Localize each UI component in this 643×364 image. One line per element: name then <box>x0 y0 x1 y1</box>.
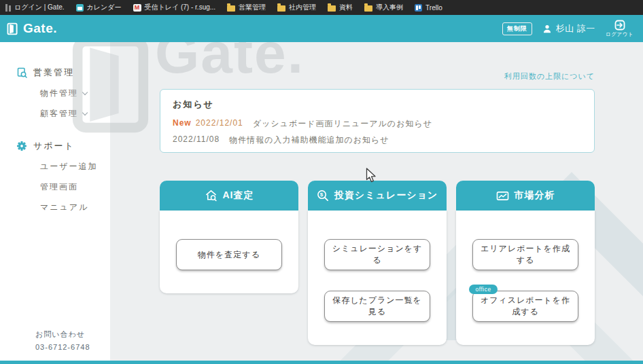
sidebar-header-support[interactable]: サポート <box>0 140 110 152</box>
card-market-analysis-header: 市場分析 <box>456 181 595 211</box>
bookmark-login-gate[interactable]: ログイン | Gate. <box>5 3 65 12</box>
notice-date: 2022/11/08 <box>173 134 220 146</box>
user-icon <box>542 24 552 34</box>
card-investment-sim: $ 投資シミュレーション シミュレーションをする 保存したプラン一覧を見る <box>308 181 447 345</box>
gear-icon <box>16 141 27 151</box>
sidebar-item-manual[interactable]: マニュアル <box>0 202 110 213</box>
money-search-icon: $ <box>317 189 329 202</box>
bookmark-label: 資料 <box>339 3 353 12</box>
card-title: AI査定 <box>223 189 254 202</box>
card-investment-sim-header: $ 投資シミュレーション <box>308 181 447 211</box>
logout-icon <box>614 20 625 31</box>
bookmark-docs[interactable]: 資料 <box>328 3 353 12</box>
line-chart-icon <box>496 190 509 202</box>
door-panels-icon <box>5 4 11 12</box>
section-title: 営業管理 <box>33 67 74 79</box>
sidebar-item-admin-screen[interactable]: 管理画面 <box>0 181 110 193</box>
notice-text: ダッシュボード画面リニューアルのお知らせ <box>253 118 432 130</box>
create-area-report-button[interactable]: エリアレポートを作成する <box>472 239 578 270</box>
button-wrap: office オフィスレポートを作成する <box>472 291 578 322</box>
section-title: サポート <box>33 140 75 152</box>
logout-label: ログアウト <box>606 31 633 38</box>
bookmark-internal-mgmt[interactable]: 社内管理 <box>277 3 316 12</box>
button-wrap: 保存したプラン一覧を見る <box>324 291 430 322</box>
folder-icon <box>277 5 285 12</box>
bookmark-inbox[interactable]: 受信トレイ (7) - r.sug... <box>133 3 216 12</box>
feature-cards-row: AI査定 物件を査定する $ 投資シミュレーション シミュレーションをする <box>160 181 595 345</box>
sidebar-item-customer-mgmt[interactable]: 顧客管理 <box>0 108 110 120</box>
button-wrap: シミュレーションをする <box>324 239 430 270</box>
contact-label: お問い合わせ <box>35 328 90 341</box>
app-header: Gate. 無制限 杉山 諒一 ログアウト <box>0 15 643 42</box>
door-logo-icon <box>5 22 20 36</box>
notice-title: お知らせ <box>173 98 582 111</box>
chevron-down-icon <box>82 90 88 95</box>
card-market-analysis-body: エリアレポートを作成する office オフィスレポートを作成する <box>456 211 595 345</box>
run-simulation-button[interactable]: シミュレーションをする <box>324 239 430 270</box>
bookmark-calendar[interactable]: カレンダー <box>76 3 122 12</box>
sidebar-section-support: サポート ユーザー追加 管理画面 マニュアル <box>0 140 110 213</box>
item-label: マニュアル <box>40 202 88 213</box>
house-search-icon <box>205 189 218 202</box>
card-ai-appraisal-body: 物件を査定する <box>160 211 298 293</box>
header-right: 無制限 杉山 諒一 ログアウト <box>502 20 633 38</box>
user-name: 杉山 諒一 <box>556 23 595 35</box>
sidebar-section-sales: 営業管理 物件管理 顧客管理 <box>0 67 110 120</box>
card-title: 市場分析 <box>515 189 555 202</box>
folder-icon <box>328 5 336 12</box>
card-market-analysis: 市場分析 エリアレポートを作成する office オフィスレポートを作成する <box>456 181 595 345</box>
usage-limit-link[interactable]: 利用回数の上限について <box>160 71 595 81</box>
logout-button[interactable]: ログアウト <box>606 20 633 38</box>
chevron-down-icon <box>82 110 88 115</box>
bookmark-label: 導入事例 <box>376 3 403 12</box>
sidebar: 営業管理 物件管理 顧客管理 <box>0 42 110 361</box>
bookmark-label: カレンダー <box>87 3 122 12</box>
app-logo[interactable]: Gate. <box>5 21 57 36</box>
sidebar-item-add-user[interactable]: ユーザー追加 <box>0 161 110 172</box>
new-badge: New <box>173 118 192 130</box>
notice-item[interactable]: 2022/11/08 物件情報の入力補助機能追加のお知らせ <box>173 134 582 146</box>
bookmark-label: 受信トレイ (7) - r.sug... <box>145 3 216 12</box>
office-badge: office <box>469 285 497 294</box>
folder-icon <box>364 5 372 12</box>
calendar-icon <box>76 4 84 12</box>
card-title: 投資シミュレーション <box>334 189 438 202</box>
item-label: 物件管理 <box>40 88 78 99</box>
item-label: 管理画面 <box>40 181 78 193</box>
document-search-icon <box>16 67 27 78</box>
appraise-property-button[interactable]: 物件を査定する <box>176 239 281 270</box>
bookmark-label: ログイン | Gate. <box>14 3 65 12</box>
logo-text: Gate. <box>23 21 57 36</box>
user-menu[interactable]: 杉山 諒一 <box>542 23 595 35</box>
bookmark-label: 営業管理 <box>239 3 266 12</box>
item-label: ユーザー追加 <box>40 161 98 172</box>
bookmarks-bar: ログイン | Gate. カレンダー 受信トレイ (7) - r.sug... … <box>0 0 643 15</box>
sidebar-item-property-mgmt[interactable]: 物件管理 <box>0 88 110 99</box>
bookmark-label: 社内管理 <box>289 3 316 12</box>
create-office-report-button[interactable]: オフィスレポートを作成する <box>472 291 578 322</box>
main-content: 利用回数の上限について お知らせ New 2022/12/01 ダッシュボード画… <box>110 42 643 361</box>
button-wrap: 物件を査定する <box>176 239 281 270</box>
notice-text: 物件情報の入力補助機能追加のお知らせ <box>229 134 389 146</box>
bottom-accent-bar <box>0 361 643 364</box>
bookmark-sales-mgmt[interactable]: 営業管理 <box>227 3 266 12</box>
card-ai-appraisal-header: AI査定 <box>160 181 298 211</box>
button-wrap: エリアレポートを作成する <box>472 239 578 270</box>
notice-box: お知らせ New 2022/12/01 ダッシュボード画面リニューアルのお知らせ… <box>160 89 595 153</box>
contact-block: お問い合わせ 03-6712-6748 <box>35 328 90 354</box>
view-saved-plans-button[interactable]: 保存したプラン一覧を見る <box>324 291 430 322</box>
svg-text:$: $ <box>320 192 324 198</box>
notice-item[interactable]: New 2022/12/01 ダッシュボード画面リニューアルのお知らせ <box>173 118 582 130</box>
card-investment-sim-body: シミュレーションをする 保存したプラン一覧を見る <box>308 211 447 345</box>
bookmark-case-studies[interactable]: 導入事例 <box>364 3 403 12</box>
contact-phone: 03-6712-6748 <box>35 341 90 354</box>
sidebar-header-sales-mgmt[interactable]: 営業管理 <box>0 67 110 79</box>
plan-badge: 無制限 <box>502 22 532 35</box>
bookmark-trello[interactable]: Trello <box>415 4 442 12</box>
bookmark-label: Trello <box>425 4 442 12</box>
card-ai-appraisal: AI査定 物件を査定する <box>160 181 298 293</box>
trello-icon <box>415 4 422 12</box>
item-label: 顧客管理 <box>40 108 78 120</box>
folder-icon <box>227 5 235 12</box>
gmail-icon <box>133 4 141 12</box>
